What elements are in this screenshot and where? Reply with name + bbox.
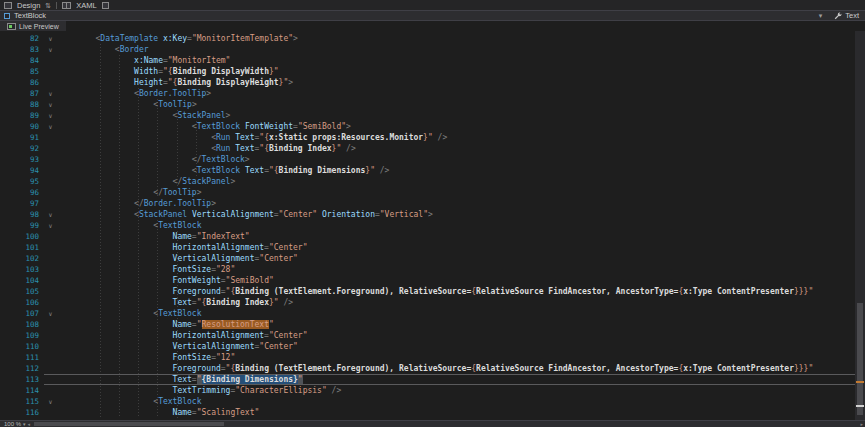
fold-chevron-icon[interactable]: ∨ [44,88,57,99]
scroll-right-icon[interactable]: ▸ [858,422,865,427]
code-line[interactable]: 84 x:Name="MonitorItem" [0,55,865,66]
line-number: 100 [14,231,44,242]
vertical-scrollbar-thumb[interactable] [857,303,863,415]
line-number: 93 [14,154,44,165]
code-line[interactable]: 90∨ <TextBlock FontWeight="SemiBold"> [0,121,865,132]
code-line[interactable]: 99∨ <TextBlock [0,220,865,231]
line-number: 109 [14,330,44,341]
design-surface-icon [4,2,12,9]
code-line[interactable]: 114 TextTrimming="CharacterEllipsis" /> [0,385,865,396]
line-number: 101 [14,242,44,253]
code-line[interactable]: 93 </TextBlock> [0,154,865,165]
fold-chevron-icon[interactable]: ∨ [44,209,57,220]
code-line[interactable]: 116 Name="ScalingText" [0,407,865,418]
line-number: 83 [14,44,44,55]
code-line[interactable]: 87∨ <Border.ToolTip> [0,88,865,99]
code-line[interactable]: 103 FontSize="28" [0,264,865,275]
line-number: 114 [14,385,44,396]
vertical-scrollbar[interactable] [855,31,865,420]
live-preview-icon [7,23,16,30]
line-number: 86 [14,77,44,88]
code-line[interactable]: 115∨ <TextBlock [0,396,865,407]
split-view-icon[interactable] [62,2,71,9]
code-line[interactable]: 105 Foreground="{Binding (TextElement.Fo… [0,286,865,297]
code-line[interactable]: 91 <Run Text="{x:Static props:Resources.… [0,132,865,143]
code-line[interactable]: 106 Text="{Binding Index}" /> [0,297,865,308]
code-line[interactable]: 88∨ <ToolTip> [0,99,865,110]
code-line[interactable]: 108 Name="ResolutionText" [0,319,865,330]
code-line[interactable]: 96 </ToolTip> [0,187,865,198]
scrollbar-caret-marker [856,405,864,407]
code-line[interactable]: 83∨ <Border [0,44,865,55]
code-line[interactable]: 94 <TextBlock Text="{Binding Dimensions}… [0,165,865,176]
fold-chevron-icon[interactable]: ∨ [44,99,57,110]
code-line[interactable]: 113 Text="{Binding Dimensions}" [0,374,865,385]
code-line[interactable]: 86 Height="{Binding DisplayHeight}"> [0,77,865,88]
line-number: 115 [14,396,44,407]
fold-chevron-icon[interactable]: ∨ [44,44,57,55]
code-line[interactable]: 110 VerticalAlignment="Center" [0,341,865,352]
line-number: 95 [14,176,44,187]
live-preview-tab[interactable]: Live Preview [0,21,66,31]
code-line[interactable]: 82∨ <DataTemplate x:Key="MonitorItemTemp… [0,33,865,44]
line-number: 97 [14,198,44,209]
wrench-icon [834,12,842,20]
code-line[interactable]: 102 VerticalAlignment="Center" [0,253,865,264]
breadcrumb-bar: TextBlock ▾ Text [0,11,865,21]
zoom-level[interactable]: 100 % [0,421,23,427]
fold-chevron-icon[interactable]: ∨ [44,121,57,132]
design-pane-label[interactable]: Design [17,1,40,10]
code-line[interactable]: 111 FontSize="12" [0,352,865,363]
fold-chevron-icon[interactable]: ∨ [44,33,57,44]
line-number: 103 [14,264,44,275]
code-line[interactable]: 89∨ <StackPanel> [0,110,865,121]
code-line[interactable]: 107∨ <TextBlock [0,308,865,319]
code-line[interactable]: 92 <Run Text="{Binding Index}" /> [0,143,865,154]
breadcrumb-element[interactable]: TextBlock [14,11,46,20]
line-number: 96 [14,187,44,198]
line-number: 107 [14,308,44,319]
fold-chevron-icon[interactable]: ∨ [44,396,57,407]
code-editor[interactable]: 82∨ <DataTemplate x:Key="MonitorItemTemp… [0,31,865,420]
swap-panes-icon[interactable]: ⇅ [45,2,51,9]
horizontal-scrollbar-thumb[interactable] [34,422,224,426]
line-number: 94 [14,165,44,176]
horizontal-scrollbar-track[interactable] [32,421,858,427]
line-number: 88 [14,99,44,110]
code-lines: 82∨ <DataTemplate x:Key="MonitorItemTemp… [0,33,865,418]
code-line[interactable]: 100 Name="IndexText" [0,231,865,242]
fold-chevron-icon[interactable]: ∨ [44,110,57,121]
code-line[interactable]: 112 Foreground="{Binding (TextElement.Fo… [0,363,865,374]
code-line[interactable]: 98∨ <StackPanel VerticalAlignment="Cente… [0,209,865,220]
line-number: 112 [14,363,44,374]
line-number: 92 [14,143,44,154]
code-line[interactable]: 97 </Border.ToolTip> [0,198,865,209]
pop-out-icon[interactable] [102,2,109,9]
line-number: 82 [14,33,44,44]
line-number: 84 [14,55,44,66]
code-line[interactable]: 95 </StackPanel> [0,176,865,187]
line-number: 102 [14,253,44,264]
code-line[interactable]: 104 FontWeight="SemiBold" [0,275,865,286]
line-number: 105 [14,286,44,297]
line-number: 104 [14,275,44,286]
scrollbar-match-marker [856,381,864,383]
line-number: 85 [14,66,44,77]
line-number: 110 [14,341,44,352]
xaml-pane-label[interactable]: XAML [76,1,96,10]
code-line[interactable]: 85 Width="{Binding DisplayWidth}" [0,66,865,77]
breadcrumb-property[interactable]: Text [845,11,859,20]
editor-status-bar: 100 % ▾ ◂ ▸ [0,420,865,427]
code-line[interactable]: 101 HorizontalAlignment="Center" [0,242,865,253]
fold-chevron-icon[interactable]: ∨ [44,308,57,319]
preview-tab-row: Live Preview [0,21,865,31]
code-line[interactable]: 109 HorizontalAlignment="Center" [0,330,865,341]
line-number: 91 [14,132,44,143]
fold-chevron-icon[interactable]: ∨ [44,220,57,231]
line-number: 90 [14,121,44,132]
line-number: 98 [14,209,44,220]
line-number: 87 [14,88,44,99]
breadcrumb-dropdown-icon[interactable]: ▾ [819,12,823,19]
horizontal-scrollbar[interactable]: ◂ ▸ [26,421,865,427]
line-number: 113 [14,374,44,385]
